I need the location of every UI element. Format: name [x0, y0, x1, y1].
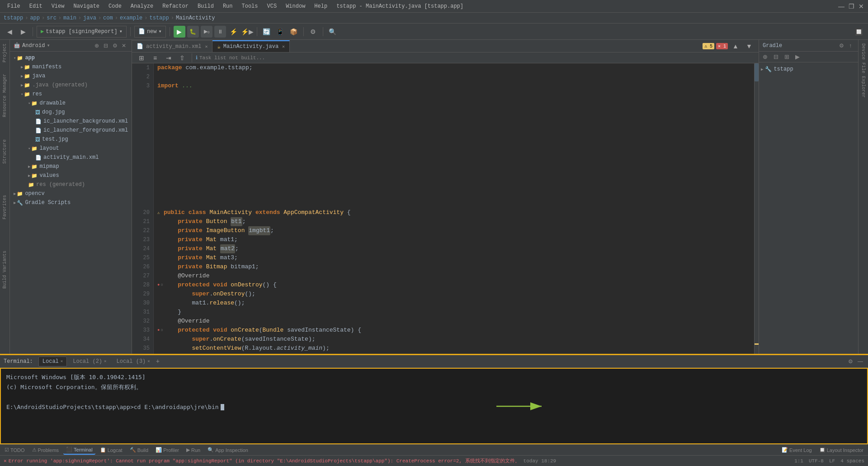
terminal-tab-local2-close[interactable]: ✕ [104, 359, 106, 364]
code-fold-btn[interactable]: ⊞ [136, 52, 147, 64]
maximize-button[interactable]: ❐ [848, 3, 854, 10]
new-button[interactable]: 📄 new ▾ [134, 26, 166, 38]
avd-btn[interactable]: 📱 [274, 26, 286, 38]
menu-view[interactable]: View [48, 2, 68, 10]
tree-item-gradle[interactable]: ▶ 🔧 Gradle Scripts [10, 198, 132, 207]
gradle-tstapp[interactable]: ▶ 🔧 tstapp [761, 64, 856, 74]
collapse-all-btn[interactable]: ⊟ [102, 42, 110, 50]
app-inspection-btn[interactable]: 🔍 App Inspection [205, 446, 251, 455]
close-button[interactable]: ✕ [858, 3, 864, 10]
tree-item-activity-xml[interactable]: 📄 activity_main.xml [10, 153, 132, 162]
project-panel-tab[interactable]: Project [1, 42, 8, 64]
tree-item-ic-fg[interactable]: 📄 ic_launcher_foreground.xml (v24) [10, 126, 132, 135]
menu-vcs[interactable]: VCS [264, 2, 281, 10]
debug-button[interactable]: 🐛 [187, 26, 199, 38]
code-indent-btn[interactable]: ⇥ [163, 52, 175, 64]
breadcrumb-tstapp[interactable]: tstapp [4, 15, 23, 21]
tab-mainactivity[interactable]: ☕ MainActivity.java ✕ [212, 40, 290, 52]
tab-activity-xml-close[interactable]: ✕ [205, 44, 208, 49]
logcat-btn[interactable]: 📋 Logcat [97, 446, 125, 455]
tree-item-test[interactable]: 🖼 test.jpg [10, 135, 132, 144]
menu-file[interactable]: File [4, 2, 24, 10]
apply-restart-btn[interactable]: ⚡▶ [241, 26, 253, 38]
error-message[interactable]: ✕ Error running 'app:sighningReport': Ca… [4, 457, 520, 464]
profiler-btn[interactable]: 📊 Profiler [153, 446, 182, 455]
settings-btn[interactable]: ⚙ [307, 26, 319, 38]
todo-btn[interactable]: ☑ TODO [2, 446, 28, 455]
terminal-minimize-btn[interactable]: — [856, 357, 864, 366]
tree-item-res[interactable]: ▾ 📁 res [10, 90, 132, 99]
run-tool-btn[interactable]: ▶ Run [184, 446, 203, 455]
build-btn[interactable]: 🔨 Build [127, 446, 151, 455]
gradle-collapse-btn[interactable]: ⊟ [771, 52, 781, 62]
event-log-btn[interactable]: 📝 Event Log [779, 446, 815, 455]
apply-changes-btn[interactable]: ⚡ [228, 26, 240, 38]
gradle-expand-btn[interactable]: ⊞ [782, 52, 792, 62]
tree-item-res-gen[interactable]: 📁 res (generated) [10, 180, 132, 189]
tab-activity-xml[interactable]: 📄 activity_main.xml ✕ [132, 40, 212, 52]
menu-code[interactable]: Code [105, 2, 125, 10]
terminal-tab-local2[interactable]: Local (2) ✕ [69, 357, 110, 366]
terminal-tab-local3[interactable]: Local (3) ✕ [112, 357, 154, 366]
tab-mainactivity-close[interactable]: ✕ [282, 44, 285, 49]
line-sep[interactable]: LF [829, 458, 835, 464]
forward-btn[interactable]: ▶ [17, 26, 29, 38]
tree-item-drawable[interactable]: ▾ 📁 drawable [10, 99, 132, 108]
editor-scrollbar[interactable] [754, 63, 759, 354]
menu-window[interactable]: Window [282, 2, 309, 10]
menu-analyze[interactable]: Analyze [127, 2, 157, 10]
resource-manager-tab[interactable]: Resource Manager [1, 72, 8, 119]
menu-refactor[interactable]: Refactor [159, 2, 192, 10]
terminal-body[interactable]: Microsoft Windows [版本 10.0.19042.1415] (… [0, 368, 868, 444]
menu-tools[interactable]: Tools [238, 2, 262, 10]
structure-tab[interactable]: Structure [1, 138, 8, 166]
tree-item-opencv[interactable]: ▶ 📁 opencv [10, 189, 132, 198]
tree-item-values[interactable]: ▶ 📁 values [10, 171, 132, 180]
sdk-btn[interactable]: 📦 [288, 26, 300, 38]
layout-inspector-btn[interactable]: 🔲 Layout Inspector [816, 446, 866, 455]
android-dropdown[interactable]: ▾ [47, 42, 50, 49]
profile-button[interactable]: ⏸ [214, 26, 226, 38]
tree-item-java-generated[interactable]: ▶ 📁 .java (generated) [10, 81, 132, 90]
breadcrumb-src[interactable]: src [47, 15, 57, 21]
back-btn[interactable]: ◀ [4, 26, 15, 38]
build-variants-tab[interactable]: Build Variants [1, 249, 8, 290]
favorites-tab[interactable]: Favorites [1, 193, 8, 221]
terminal-btn[interactable]: ⬛ Terminal [63, 446, 95, 455]
search-everywhere-btn[interactable]: 🔍 [327, 26, 339, 38]
coverage-button[interactable]: ▶₀ [201, 26, 212, 38]
tree-item-mipmap[interactable]: ▶ 📁 mipmap [10, 162, 132, 171]
layout-inspector-btn[interactable]: 🔲 [853, 26, 864, 38]
breadcrumb-main[interactable]: main [63, 15, 76, 21]
run-config-selector[interactable]: ▶ tstapp [signingReport] ▾ [37, 26, 127, 38]
tree-item-app[interactable]: ▾ 📁 app [10, 53, 132, 62]
terminal-settings-btn[interactable]: ⚙ [846, 357, 854, 366]
terminal-tab-local3-close[interactable]: ✕ [147, 359, 150, 364]
terminal-tab-local[interactable]: Local ✕ [38, 357, 67, 366]
tree-item-layout[interactable]: ▾ 📁 layout [10, 144, 132, 153]
encoding[interactable]: UTF-8 [809, 458, 824, 464]
breadcrumb-com[interactable]: com [103, 15, 113, 21]
gradle-sync-btn[interactable]: ⊕ [760, 52, 770, 62]
terminal-tab-local-close[interactable]: ✕ [61, 359, 63, 364]
menu-edit[interactable]: Edit [26, 2, 46, 10]
nav-up-btn[interactable]: ▲ [730, 40, 741, 52]
menu-navigate[interactable]: Navigate [70, 2, 103, 10]
indent[interactable]: 4 spaces [840, 458, 864, 464]
tree-item-manifests[interactable]: ▶ 📁 manifests [10, 62, 132, 71]
nav-down-btn[interactable]: ▼ [743, 40, 755, 52]
device-file-explorer-tab[interactable]: Device File Explorer [860, 42, 867, 100]
breadcrumb-example[interactable]: example [120, 15, 142, 21]
sync-tree-btn[interactable]: ⊕ [93, 42, 101, 50]
code-unfold-btn[interactable]: ≡ [149, 52, 161, 64]
minimize-button[interactable]: — [838, 3, 844, 10]
tree-item-ic-bg[interactable]: 📄 ic_launcher_background.xml [10, 117, 132, 126]
run-button[interactable]: ▶ [174, 26, 185, 38]
cursor-position[interactable]: 1:1 [794, 458, 803, 464]
sync-btn[interactable]: 🔄 [261, 26, 273, 38]
tree-item-java[interactable]: ▶ 📁 java [10, 71, 132, 81]
menu-help[interactable]: Help [311, 2, 331, 10]
code-indent2-btn[interactable]: ⇧ [176, 52, 188, 64]
tree-item-dog[interactable]: 🖼 dog.jpg [10, 108, 132, 117]
gradle-hide-btn[interactable]: ↑ [846, 42, 854, 50]
